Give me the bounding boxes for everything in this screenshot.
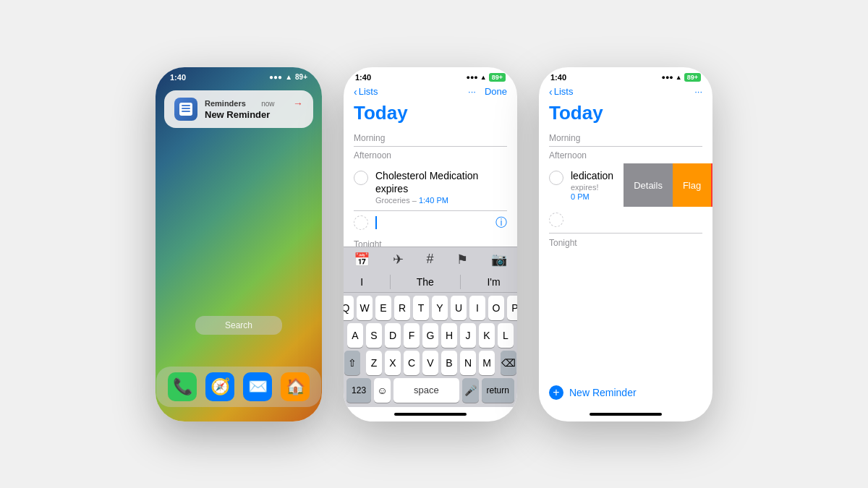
- dock-phone[interactable]: 📞: [168, 372, 197, 401]
- key-w[interactable]: W: [357, 296, 373, 320]
- signal-2: ●●●: [466, 74, 477, 81]
- key-space[interactable]: space: [393, 378, 459, 403]
- key-e[interactable]: E: [375, 296, 391, 320]
- key-o[interactable]: O: [488, 296, 504, 320]
- key-delete[interactable]: ⌫: [501, 351, 516, 375]
- swipe-actions: Details Flag Delete: [624, 163, 712, 207]
- search-label: Search: [225, 320, 252, 330]
- battery-3: 89+: [684, 73, 701, 82]
- key-j[interactable]: J: [460, 323, 476, 348]
- key-u[interactable]: U: [451, 296, 467, 320]
- phone-homescreen: 1:40 ●●● ▲ 89+ Reminders now → New Remin…: [156, 67, 322, 421]
- delete-button[interactable]: Delete: [711, 163, 712, 207]
- status-bar-3: 1:40 ●●● ▲ 89+: [539, 67, 712, 85]
- toolbar-calendar-icon[interactable]: 📅: [354, 252, 370, 267]
- key-a[interactable]: A: [347, 323, 363, 348]
- reminder-list: Groceries: [375, 196, 410, 205]
- dock-safari[interactable]: 🧭: [205, 372, 234, 401]
- status-bar-1: 1:40 ●●● ▲ 89+: [156, 67, 322, 85]
- key-i[interactable]: I: [469, 296, 485, 320]
- text-input-cursor[interactable]: [375, 216, 488, 229]
- key-l[interactable]: L: [498, 323, 514, 348]
- ellipsis-icon[interactable]: ···: [468, 86, 476, 97]
- key-y[interactable]: Y: [432, 296, 448, 320]
- signal-icon: ●●●: [269, 73, 282, 81]
- key-emoji[interactable]: ☺: [374, 378, 391, 403]
- key-d[interactable]: D: [385, 323, 401, 348]
- new-reminder-button[interactable]: + New Reminder: [539, 378, 712, 407]
- key-m[interactable]: M: [479, 351, 495, 375]
- dock-home[interactable]: 🏠: [281, 372, 310, 401]
- signal-3: ●●●: [661, 74, 673, 81]
- notif-arrow: →: [293, 98, 303, 109]
- key-mic[interactable]: 🎤: [462, 378, 479, 403]
- back-button-2[interactable]: ‹ Lists: [354, 86, 378, 98]
- key-c[interactable]: C: [404, 351, 420, 375]
- key-f[interactable]: F: [404, 323, 420, 348]
- notif-app-name: Reminders: [205, 99, 246, 108]
- key-shift[interactable]: ⇧: [344, 351, 360, 375]
- reminder-subtitle-1: Groceries – 1:40 PM: [375, 196, 507, 205]
- morning-label-2: Morning: [344, 129, 517, 146]
- toolbar-location-icon[interactable]: ✈: [393, 252, 404, 267]
- key-return[interactable]: return: [482, 378, 514, 403]
- new-item-row[interactable]: ⓘ: [344, 211, 517, 235]
- key-q[interactable]: Q: [344, 296, 354, 320]
- search-bar[interactable]: Search: [195, 316, 282, 335]
- suggestion-i[interactable]: I: [353, 275, 370, 289]
- battery-2: 89+: [489, 73, 506, 82]
- flag-button[interactable]: Flag: [673, 163, 711, 207]
- key-z[interactable]: Z: [366, 351, 382, 375]
- cursor: [375, 216, 377, 229]
- reminders-list-3: Morning Afternoon ledication expires! 0 …: [539, 129, 712, 254]
- toolbar-camera-icon[interactable]: 📷: [491, 252, 507, 267]
- keyboard-row-3: ⇧ Z X C V B N M ⌫: [346, 351, 514, 375]
- key-123[interactable]: 123: [346, 378, 371, 403]
- reminder-dash: –: [412, 196, 419, 205]
- toolbar-flag-icon[interactable]: ⚑: [456, 252, 468, 267]
- reminders-list-2: Morning Afternoon Cholesterol Medication…: [344, 129, 517, 247]
- page-title-2: Today: [344, 102, 517, 129]
- check-circle-1[interactable]: [354, 171, 368, 185]
- key-v[interactable]: V: [422, 351, 438, 375]
- reminder-text-3: ledication expires! 0 PM: [571, 169, 613, 201]
- details-button[interactable]: Details: [624, 163, 673, 207]
- time-3: 1:40: [550, 73, 566, 82]
- battery-1: 89+: [295, 73, 307, 81]
- key-h[interactable]: H: [441, 323, 457, 348]
- time-2: 1:40: [355, 73, 371, 82]
- app-icon-reminders: [174, 98, 197, 121]
- done-button[interactable]: Done: [485, 86, 507, 97]
- check-circle-3[interactable]: [549, 171, 563, 185]
- key-x[interactable]: X: [385, 351, 401, 375]
- keyboard-row-4: 123 ☺ space 🎤 return: [346, 378, 514, 403]
- home-indicator-2: [344, 407, 517, 421]
- key-s[interactable]: S: [366, 323, 382, 348]
- afternoon-label-3: Afternoon: [539, 146, 712, 163]
- key-b[interactable]: B: [441, 351, 457, 375]
- swipe-content[interactable]: ledication expires! 0 PM: [539, 163, 624, 207]
- info-icon[interactable]: ⓘ: [495, 215, 507, 231]
- back-button-3[interactable]: ‹ Lists: [549, 86, 573, 98]
- back-label-2: Lists: [359, 86, 378, 97]
- ellipsis-icon-3[interactable]: ···: [694, 86, 702, 97]
- notification-banner[interactable]: Reminders now → New Reminder: [164, 90, 313, 128]
- key-t[interactable]: T: [413, 296, 429, 320]
- suggestion-im[interactable]: I'm: [480, 275, 507, 289]
- suggestion-the[interactable]: The: [409, 275, 441, 289]
- key-k[interactable]: K: [479, 323, 495, 348]
- key-p[interactable]: P: [507, 296, 517, 320]
- empty-reminder-item: [539, 207, 712, 233]
- key-n[interactable]: N: [460, 351, 476, 375]
- wifi-2: ▲: [480, 74, 487, 81]
- reminder-item-1[interactable]: Cholesterol Medication expires Groceries…: [344, 163, 517, 210]
- dock: 📞 🧭 ✉️ 🏠: [156, 367, 321, 407]
- home-bar-3: [590, 413, 662, 416]
- page-title-3: Today: [539, 102, 712, 129]
- toolbar-tag-icon[interactable]: #: [426, 252, 433, 267]
- tonight-label-2: Tonight: [344, 235, 517, 247]
- dock-mail[interactable]: ✉️: [243, 372, 272, 401]
- morning-label-3: Morning: [539, 129, 712, 146]
- key-r[interactable]: R: [394, 296, 410, 320]
- key-g[interactable]: G: [422, 323, 438, 348]
